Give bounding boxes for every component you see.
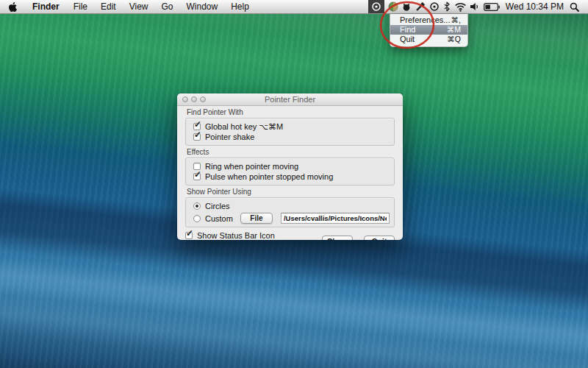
check-icon: ✓ [186,229,193,238]
menu-item-shortcut: ⌘, [451,15,461,25]
menubar-item-help[interactable]: Help [224,0,256,13]
apple-icon [9,2,17,12]
menubar-item-edit[interactable]: Edit [94,0,123,13]
group-label-find-pointer-with: Find Pointer With [187,108,395,116]
menubar-clock[interactable]: Wed 10:34 PM [503,1,566,12]
group-label-effects: Effects [187,148,395,156]
check-icon: ✓ [194,120,201,129]
option-label: Ring when pointer moving [205,162,298,171]
close-button[interactable]: Close [322,236,353,240]
group-box-find-pointer-with: ✓ Global hot key ⌥⌘M ✓ Pointer shake [185,118,395,146]
menubar-app-name[interactable]: Finder [25,0,67,13]
option-label: Pulse when pointer stopped moving [205,172,333,181]
option-ring-when-moving: Ring when pointer moving [193,161,390,171]
pointer-shake-checkbox[interactable]: ✓ [193,133,201,141]
wifi-icon[interactable] [454,0,467,13]
window-titlebar[interactable]: Pointer Finder [177,93,403,106]
show-status-bar-icon-checkbox[interactable]: ✓ [185,232,193,239]
window-footer: ✓ Show Status Bar Icon Close Quit [185,227,395,240]
group-label-show-pointer-using: Show Pointer Using [187,188,395,196]
menu-item-label: Find [400,25,415,35]
desktop: Finder File Edit View Go Window Help [0,0,588,368]
minimize-window-icon[interactable] [191,96,197,102]
option-pointer-shake: ✓ Pointer shake [193,132,390,142]
status-menu: Preferences... ⌘, Find ⌘M Quit ⌘Q [390,14,468,47]
flashlight-icon[interactable] [415,0,426,13]
cat-icon[interactable] [402,0,411,13]
custom-icon-path-field[interactable] [281,213,390,224]
footer-buttons: Close Quit [322,236,395,240]
option-label: Custom [205,214,233,223]
menu-item-quit[interactable]: Quit ⌘Q [390,35,467,44]
apple-menu[interactable] [0,0,25,13]
menubar-item-window[interactable]: Window [180,0,225,13]
option-label: Circles [205,202,230,210]
close-window-icon[interactable] [182,96,188,102]
menubar-left: Finder File Edit View Go Window Help [0,0,256,13]
pointer-finder-window: Pointer Finder Find Pointer With ✓ Globa… [177,93,403,240]
window-content: Find Pointer With ✓ Global hot key ⌥⌘M ✓… [177,108,403,240]
option-label: Show Status Bar Icon [197,231,275,240]
option-show-status-bar-icon: ✓ Show Status Bar Icon [185,230,275,240]
menubar-status-area: Wed 10:34 PM [368,0,588,13]
window-controls [182,96,206,102]
menu-item-shortcut: ⌘Q [447,35,461,44]
menu-item-preferences[interactable]: Preferences... ⌘, [390,15,467,25]
bluetooth-icon[interactable] [443,0,451,13]
volume-icon[interactable] [470,0,480,13]
pulse-when-stopped-checkbox[interactable]: ✓ [193,173,201,180]
menubar-item-view[interactable]: View [123,0,155,13]
zoom-window-icon[interactable] [200,96,206,102]
spotlight-icon[interactable] [570,0,579,13]
option-label: Pointer shake [205,132,254,141]
group-box-show-pointer-using: Circles Custom File [185,197,395,227]
menubar-item-file[interactable]: File [67,0,94,13]
circle-dot-icon[interactable] [429,0,440,13]
menubar: Finder File Edit View Go Window Help [0,0,588,14]
custom-radio[interactable] [193,215,201,222]
option-pulse-when-stopped: ✓ Pulse when pointer stopped moving [193,171,390,182]
menu-item-find[interactable]: Find ⌘M [390,25,467,35]
menubar-item-go[interactable]: Go [155,0,180,13]
battery-icon[interactable] [484,0,500,13]
window-title: Pointer Finder [265,95,315,104]
option-circles: Circles [193,201,390,211]
circles-radio[interactable] [193,202,201,210]
option-global-hot-key: ✓ Global hot key ⌥⌘M [193,121,390,132]
group-box-effects: Ring when pointer moving ✓ Pulse when po… [185,158,395,185]
check-icon: ✓ [194,130,201,139]
check-icon: ✓ [194,170,201,179]
file-button[interactable]: File [240,213,273,224]
globe-icon[interactable] [388,0,398,13]
menu-item-label: Quit [400,35,415,44]
quit-button[interactable]: Quit [364,236,395,240]
option-custom: Custom File [193,213,390,224]
menu-item-shortcut: ⌘M [447,25,461,35]
menu-item-label: Preferences... [400,15,450,25]
option-label: Global hot key ⌥⌘M [205,122,283,132]
pointer-finder-status-icon[interactable] [368,0,384,13]
